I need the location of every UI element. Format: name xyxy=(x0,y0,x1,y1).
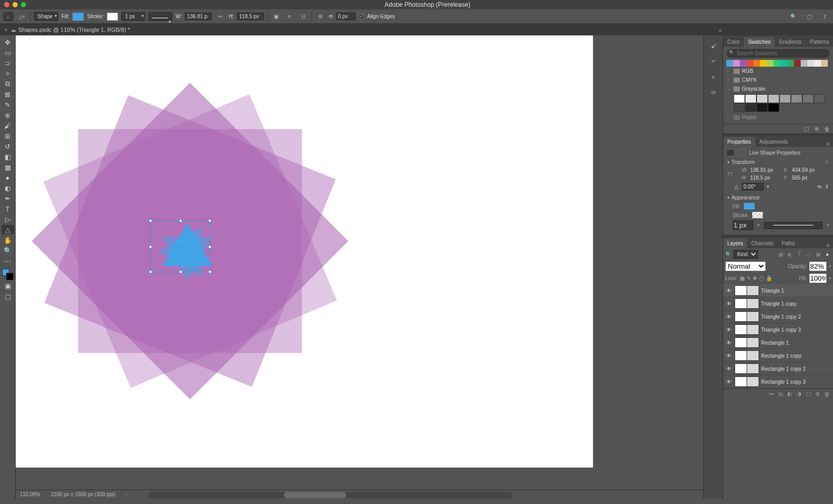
layer-row[interactable]: 👁Triangle 1 copy 3 xyxy=(723,323,833,336)
lock-artboard-icon[interactable]: ▢ xyxy=(759,275,764,281)
lock-pixels-icon[interactable]: ▦ xyxy=(740,275,744,281)
minimize-window-button[interactable] xyxy=(12,2,18,7)
crop-tool[interactable]: ⧉ xyxy=(2,79,14,89)
path-align-icon[interactable]: ≡ xyxy=(284,12,295,21)
new-layer-icon[interactable]: ⊕ xyxy=(815,390,820,397)
color-chips[interactable] xyxy=(2,269,14,280)
layer-row[interactable]: 👁Rectangle 1 copy 2 xyxy=(723,362,833,375)
gear-icon[interactable]: ⚙ xyxy=(315,12,325,21)
folder-grayscale[interactable]: ⌄Grayscale xyxy=(726,84,830,93)
opacity-input[interactable] xyxy=(809,261,827,271)
prop-y-input[interactable] xyxy=(792,175,821,181)
zoom-tool[interactable]: 🔍 xyxy=(2,246,14,255)
layer-fill-input[interactable] xyxy=(809,273,827,283)
layer-row[interactable]: 👁Triangle 1 copy 2 xyxy=(723,310,833,323)
layer-row[interactable]: 👁Rectangle 1 xyxy=(723,336,833,349)
stroke-swatch[interactable] xyxy=(107,12,118,21)
search-icon[interactable]: 🔍 xyxy=(788,12,799,21)
quick-mask-button[interactable]: ▣ xyxy=(2,281,14,291)
visibility-icon[interactable]: 👁 xyxy=(725,366,733,372)
prop-stroke-style[interactable] xyxy=(764,222,823,229)
grayscale-swatches[interactable] xyxy=(734,94,830,112)
shape-tool[interactable]: △ xyxy=(2,225,14,234)
adjustment-icon[interactable]: ◑ xyxy=(797,390,802,397)
link-wh-icon[interactable]: ⊓ xyxy=(727,170,733,178)
tab-color[interactable]: Color xyxy=(723,37,744,47)
lock-position-icon[interactable]: ✥ xyxy=(753,275,757,281)
height-input[interactable] xyxy=(237,12,264,20)
close-document-button[interactable]: × xyxy=(4,27,7,33)
lock-all-icon[interactable]: 🔒 xyxy=(766,275,772,281)
filter-toggle[interactable]: ● xyxy=(824,251,831,258)
mask-icon[interactable]: ◐ xyxy=(787,390,792,397)
tab-layers[interactable]: Layers xyxy=(723,238,747,248)
folder-cmyk[interactable]: ›CMYK xyxy=(726,75,830,84)
lasso-tool[interactable]: ⊃ xyxy=(2,58,14,68)
tab-paths[interactable]: Paths xyxy=(777,238,799,248)
flip-h-icon[interactable]: ⇋ xyxy=(817,184,822,190)
document-tab[interactable]: Shapes.psdc @ 110% (Triangle 1, RGB/8) * xyxy=(18,27,130,33)
tab-channels[interactable]: Channels xyxy=(747,238,777,248)
tab-gradients[interactable]: Gradients xyxy=(775,37,805,47)
zoom-readout[interactable]: 110.09% xyxy=(20,492,40,497)
tab-swatches[interactable]: Swatches xyxy=(744,37,775,47)
hand-tool[interactable]: ✋ xyxy=(2,235,14,245)
prop-rotation-input[interactable] xyxy=(742,183,764,191)
search-swatches-input[interactable] xyxy=(726,49,830,58)
share-icon[interactable]: ⇪ xyxy=(819,12,830,21)
fill-swatch[interactable] xyxy=(72,12,84,21)
visibility-icon[interactable]: 👁 xyxy=(725,340,733,346)
history-panel-icon[interactable]: ↶ xyxy=(707,56,720,67)
align-edges-checkbox[interactable]: ✓ xyxy=(359,14,364,19)
screen-mode-button[interactable]: ▢ xyxy=(2,292,14,301)
prop-stroke-width[interactable] xyxy=(733,220,753,230)
visibility-icon[interactable]: 👁 xyxy=(725,314,733,320)
link-layers-icon[interactable]: ⊶ xyxy=(768,390,774,397)
workspace-icon[interactable]: ▢ xyxy=(804,12,814,21)
layer-filter-kind[interactable]: Kind xyxy=(734,250,758,259)
new-group-icon[interactable]: ▢ xyxy=(804,125,809,132)
refresh-panel-icon[interactable]: ⟳ xyxy=(707,87,720,98)
stroke-style-dropdown[interactable] xyxy=(148,12,172,21)
layer-row[interactable]: 👁Rectangle 1 copy 3 xyxy=(723,375,833,388)
visibility-icon[interactable]: 👁 xyxy=(725,288,733,294)
prop-h-input[interactable] xyxy=(750,175,779,181)
stroke-width-dropdown[interactable]: 1 px xyxy=(121,12,145,21)
panel-menu-icon[interactable]: ≡ xyxy=(824,242,833,248)
canvas[interactable] xyxy=(16,35,593,468)
tab-adjustments[interactable]: Adjustments xyxy=(755,137,792,147)
prop-fill-swatch[interactable] xyxy=(743,203,755,210)
move-tool[interactable]: ✥ xyxy=(2,37,14,47)
folder-pastel[interactable]: ›Pastel xyxy=(726,113,830,122)
current-tool-icon[interactable]: △▾ xyxy=(17,12,27,21)
folder-rgb[interactable]: ›RGB xyxy=(726,67,830,75)
libraries-panel-icon[interactable]: ≡ xyxy=(707,72,720,82)
reset-transform-icon[interactable]: ↻ xyxy=(825,159,829,165)
eraser-tool[interactable]: ◧ xyxy=(2,152,14,161)
flip-v-icon[interactable]: ⥯ xyxy=(825,184,829,190)
radius-input[interactable] xyxy=(336,12,356,20)
panel-menu-icon[interactable]: ≡ xyxy=(824,141,833,147)
new-swatch-icon[interactable]: ⊕ xyxy=(814,125,819,132)
group-icon[interactable]: ▢ xyxy=(806,390,811,397)
more-tools[interactable]: ⋯ xyxy=(2,256,14,266)
filter-adjust-icon[interactable]: ◐ xyxy=(786,251,793,258)
collapse-dock-icon[interactable]: « xyxy=(718,28,722,33)
shape-mode-dropdown[interactable]: Shape xyxy=(34,12,58,21)
width-input[interactable] xyxy=(185,12,212,20)
swatch-row[interactable] xyxy=(726,60,830,67)
tab-properties[interactable]: Properties xyxy=(723,137,755,147)
layer-row[interactable]: 👁Triangle 1 xyxy=(723,284,833,297)
filter-shape-icon[interactable]: ▱ xyxy=(805,251,812,258)
blend-mode-select[interactable]: Normal xyxy=(725,261,766,271)
prop-w-input[interactable] xyxy=(750,167,779,173)
gradient-tool[interactable]: ▦ xyxy=(2,162,14,172)
tab-patterns[interactable]: Patterns xyxy=(806,37,833,47)
status-chevron-icon[interactable]: › xyxy=(125,492,127,497)
link-wh-button[interactable]: ⇔ xyxy=(215,12,225,21)
home-button[interactable]: ⌂ xyxy=(3,12,14,21)
layer-row[interactable]: 👁Triangle 1 copy xyxy=(723,297,833,310)
prop-stroke-swatch[interactable] xyxy=(752,211,763,219)
stamp-tool[interactable]: ⊞ xyxy=(2,131,14,141)
history-brush-tool[interactable]: ↺ xyxy=(2,142,14,151)
